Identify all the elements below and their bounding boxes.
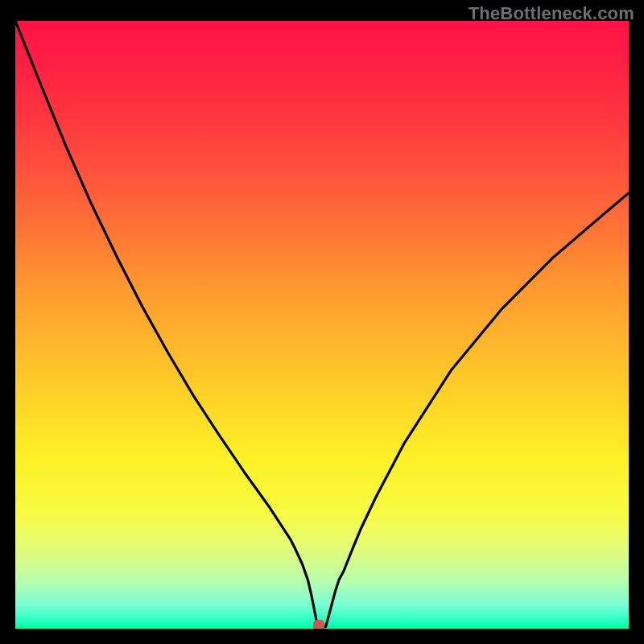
min-point-marker [313, 620, 324, 629]
bottleneck-curve [15, 21, 629, 629]
plot-area [15, 21, 629, 629]
curve-path [15, 21, 629, 627]
watermark-text: TheBottleneck.com [469, 3, 634, 24]
chart-frame: TheBottleneck.com [0, 0, 644, 644]
